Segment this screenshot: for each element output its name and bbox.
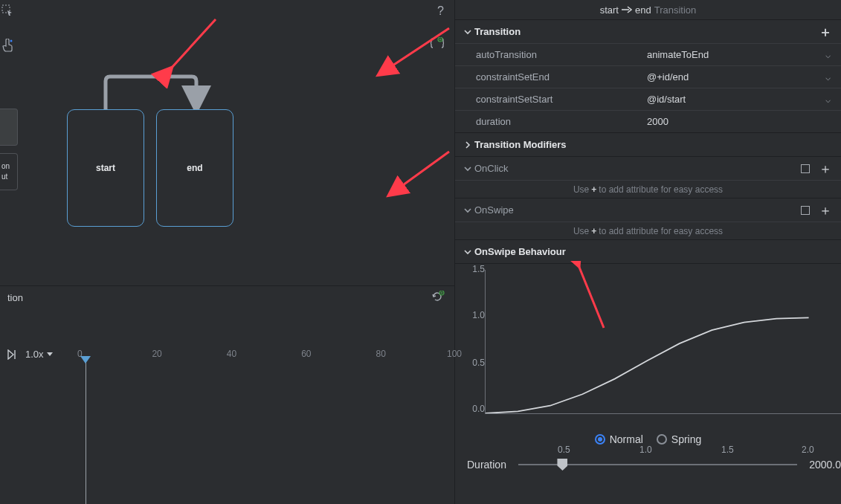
plus-icon: + bbox=[589, 184, 599, 195]
state-box-start[interactable]: start bbox=[67, 109, 144, 227]
radio-dot-off-icon bbox=[657, 434, 667, 445]
left-side-tab-1[interactable] bbox=[0, 109, 18, 146]
x-tick: 0.5 bbox=[558, 445, 570, 455]
section-onswipe[interactable]: OnSwipe ＋ bbox=[455, 198, 841, 222]
timeline-tick: 40 bbox=[227, 349, 236, 359]
stub2-line1: on bbox=[1, 161, 17, 172]
title-start: start bbox=[600, 4, 619, 16]
attr-name: constraintSetStart bbox=[476, 94, 647, 105]
attr-value[interactable]: @+id/end bbox=[647, 71, 822, 83]
chevron-down-icon bbox=[464, 207, 474, 214]
timeline-tick: 80 bbox=[376, 349, 386, 359]
timeline-tick: 60 bbox=[301, 349, 311, 359]
dropdown-icon[interactable]: ⌵ bbox=[822, 72, 834, 83]
left-side-tab-2[interactable]: on ut bbox=[0, 153, 18, 190]
chevron-down-icon bbox=[464, 28, 474, 36]
behaviour-mode-radios: Normal Spring bbox=[455, 433, 841, 445]
hint-pre: Use bbox=[573, 226, 589, 236]
plus-icon: + bbox=[589, 226, 599, 236]
attr-value[interactable]: 2000 bbox=[647, 116, 834, 127]
section-transition[interactable]: Transition ＋ bbox=[455, 19, 841, 43]
section-transition-modifiers-label: Transition Modifiers bbox=[474, 139, 832, 150]
timeline-title: tion bbox=[7, 292, 23, 303]
hint-post: to add attribute for easy access bbox=[599, 226, 723, 236]
onswipe-graph-area: 1.5 1.0 0.5 0.0 0.5 1.0 1.5 2.0 Normal bbox=[455, 263, 841, 504]
dropdown-icon[interactable]: ⌵ bbox=[822, 94, 834, 105]
play-to-end-icon[interactable] bbox=[7, 349, 19, 360]
attributes-title: start end Transition bbox=[455, 0, 841, 19]
onclick-hint: Use + to add attribute for easy access bbox=[455, 180, 841, 198]
dropdown-icon[interactable]: ⌵ bbox=[822, 50, 834, 60]
x-tick: 1.0 bbox=[639, 445, 652, 455]
attr-row-constraintSetStart[interactable]: constraintSetStart @id/start ⌵ bbox=[455, 88, 841, 110]
square-icon[interactable] bbox=[801, 164, 810, 173]
attr-name: constraintSetEnd bbox=[476, 71, 647, 83]
playback-speed-value: 1.0x bbox=[25, 349, 44, 360]
section-onswipe-behaviour-label: OnSwipe Behaviour bbox=[474, 246, 832, 257]
chevron-right-icon bbox=[464, 141, 474, 149]
svg-point-1 bbox=[10, 40, 13, 42]
attr-name: autoTransition bbox=[476, 49, 647, 60]
section-onswipe-behaviour[interactable]: OnSwipe Behaviour bbox=[455, 239, 841, 263]
plot-svg bbox=[486, 270, 841, 413]
square-icon[interactable] bbox=[801, 206, 810, 215]
y-tick: 1.0 bbox=[472, 310, 485, 320]
state-start-label: start bbox=[96, 163, 115, 173]
attr-row-constraintSetEnd[interactable]: constraintSetEnd @+id/end ⌵ bbox=[455, 65, 841, 88]
section-onswipe-label: OnSwipe bbox=[474, 204, 801, 216]
svg-line-11 bbox=[390, 152, 449, 195]
title-suffix: Transition bbox=[654, 4, 697, 16]
timeline-controls: 1.0x bbox=[7, 349, 53, 360]
onswipe-hint: Use + to add attribute for easy access bbox=[455, 222, 841, 239]
radio-normal-label: Normal bbox=[610, 433, 643, 445]
attr-row-duration[interactable]: duration 2000 bbox=[455, 110, 841, 132]
radio-dot-on-icon bbox=[595, 434, 605, 445]
duration-slider[interactable] bbox=[518, 464, 797, 465]
slider-thumb[interactable] bbox=[557, 459, 567, 471]
timeline-tick: 20 bbox=[152, 349, 161, 359]
y-tick: 0.0 bbox=[472, 404, 485, 414]
timeline-cycle-icon[interactable] bbox=[431, 291, 445, 303]
section-transition-modifiers[interactable]: Transition Modifiers bbox=[455, 132, 841, 156]
motion-state-diagram: start end bbox=[67, 63, 305, 242]
timeline-body: 1.0x 0 20 40 60 80 100 bbox=[0, 308, 455, 326]
add-transition-attribute-icon[interactable]: ＋ bbox=[819, 23, 832, 41]
y-tick: 1.5 bbox=[472, 264, 485, 274]
attr-value[interactable]: @id/start bbox=[647, 94, 822, 105]
state-end-label: end bbox=[187, 163, 202, 173]
duration-label: Duration bbox=[467, 459, 506, 471]
timeline-playhead[interactable] bbox=[86, 362, 86, 504]
attr-value[interactable]: animateToEnd bbox=[647, 49, 822, 60]
timeline-ruler[interactable]: 0 20 40 60 80 100 bbox=[77, 349, 451, 504]
left-toolbar: ? bbox=[0, 0, 454, 22]
hint-post: to add attribute for easy access bbox=[599, 184, 723, 195]
selection-tool-icon[interactable] bbox=[1, 4, 13, 16]
x-tick: 2.0 bbox=[802, 445, 814, 455]
help-icon[interactable]: ? bbox=[437, 4, 444, 18]
radio-spring-label: Spring bbox=[671, 433, 701, 445]
state-box-end[interactable]: end bbox=[156, 109, 233, 227]
radio-normal[interactable]: Normal bbox=[595, 433, 643, 445]
duration-value: 2000.0 bbox=[809, 459, 841, 471]
motion-editor-canvas: ? on ut start end bbox=[0, 0, 455, 504]
touch-tool-icon[interactable] bbox=[1, 39, 13, 52]
svg-line-9 bbox=[171, 19, 216, 68]
hint-pre: Use bbox=[573, 184, 589, 195]
radio-spring[interactable]: Spring bbox=[657, 433, 701, 445]
add-onclick-icon[interactable]: ＋ bbox=[819, 160, 832, 178]
title-end: end bbox=[635, 4, 651, 16]
add-onswipe-icon[interactable]: ＋ bbox=[819, 201, 832, 219]
timeline-panel: tion 1.0x 0 20 40 bbox=[0, 285, 455, 504]
chevron-down-icon bbox=[47, 352, 53, 357]
attributes-panel: start end Transition Transition ＋ autoTr… bbox=[455, 0, 841, 504]
stub2-line2: ut bbox=[1, 172, 17, 182]
section-onclick[interactable]: OnClick ＋ bbox=[455, 156, 841, 180]
playback-speed-dropdown[interactable]: 1.0x bbox=[25, 349, 53, 360]
svg-line-10 bbox=[379, 28, 449, 74]
attr-row-autoTransition[interactable]: autoTransition animateToEnd ⌵ bbox=[455, 43, 841, 65]
code-toggle-icon[interactable] bbox=[431, 37, 444, 49]
arrow-right-icon bbox=[622, 5, 632, 14]
y-tick: 0.5 bbox=[472, 358, 485, 368]
x-tick: 1.5 bbox=[721, 445, 734, 455]
section-onclick-label: OnClick bbox=[474, 163, 801, 174]
